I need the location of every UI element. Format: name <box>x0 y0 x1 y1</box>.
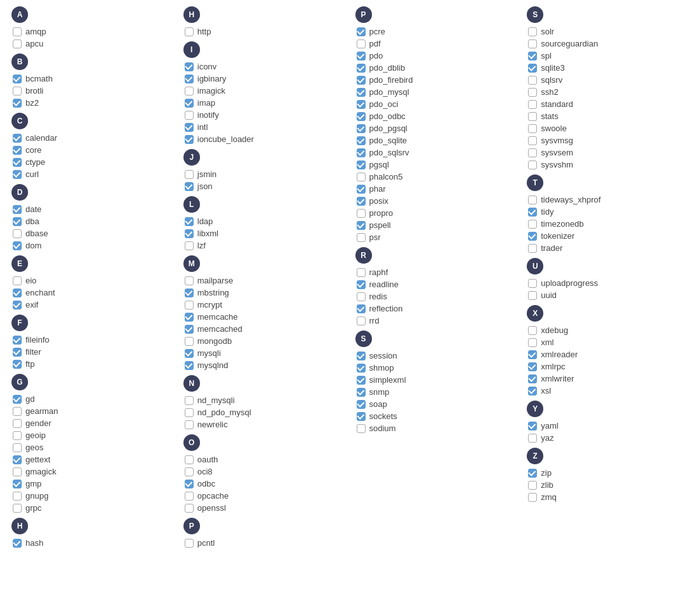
checkbox-pdo_mysql[interactable] <box>357 88 366 97</box>
checkbox-amqp[interactable] <box>13 27 22 36</box>
list-item[interactable]: filter <box>13 346 173 358</box>
list-item[interactable]: sockets <box>357 410 517 422</box>
checkbox-opcache[interactable] <box>185 492 194 501</box>
list-item[interactable]: hash <box>13 537 173 549</box>
list-item[interactable]: sqlsrv <box>528 74 689 86</box>
checkbox-mysqlnd[interactable] <box>185 361 194 370</box>
checkbox-memcache[interactable] <box>185 313 194 322</box>
checkbox-sockets[interactable] <box>357 412 366 421</box>
checkbox-pdf[interactable] <box>357 39 366 48</box>
list-item[interactable]: gnupg <box>13 490 173 502</box>
list-item[interactable]: json <box>185 180 345 192</box>
list-item[interactable]: calendar <box>13 132 173 144</box>
list-item[interactable]: pdo_oci <box>357 98 517 110</box>
checkbox-mongodb[interactable] <box>185 337 194 346</box>
list-item[interactable]: gd <box>13 393 173 405</box>
list-item[interactable]: zip <box>528 467 689 479</box>
checkbox-tideways_xhprof[interactable] <box>528 196 537 204</box>
list-item[interactable]: sysvshm <box>528 159 689 171</box>
checkbox-sysvmsg[interactable] <box>528 136 537 145</box>
list-item[interactable]: fileinfo <box>13 334 173 346</box>
list-item[interactable]: nd_pdo_mysql <box>185 406 345 418</box>
list-item[interactable]: gender <box>13 417 173 429</box>
list-item[interactable]: eio <box>13 274 173 287</box>
list-item[interactable]: mcrypt <box>185 299 345 311</box>
list-item[interactable]: ftp <box>13 358 173 370</box>
checkbox-imagick[interactable] <box>185 87 194 96</box>
list-item[interactable]: mailparse <box>185 274 345 287</box>
list-item[interactable]: pgsql <box>357 159 517 171</box>
checkbox-pdo_firebird[interactable] <box>357 76 366 85</box>
checkbox-standard[interactable] <box>528 100 537 109</box>
list-item[interactable]: brotli <box>13 85 173 97</box>
list-item[interactable]: stats <box>528 110 689 122</box>
checkbox-phar[interactable] <box>357 185 366 194</box>
list-item[interactable]: mbstring <box>185 287 345 299</box>
list-item[interactable]: redis <box>357 290 517 303</box>
list-item[interactable]: geos <box>13 441 173 453</box>
list-item[interactable]: igbinary <box>185 73 345 85</box>
checkbox-yaz[interactable] <box>528 434 537 443</box>
checkbox-mysqli[interactable] <box>185 349 194 358</box>
list-item[interactable]: xmlrpc <box>528 360 689 373</box>
checkbox-gettext[interactable] <box>13 455 22 464</box>
list-item[interactable]: dbase <box>13 227 173 239</box>
list-item[interactable]: xmlwriter <box>528 373 689 385</box>
list-item[interactable]: solr <box>528 25 689 38</box>
checkbox-brotli[interactable] <box>13 87 22 96</box>
list-item[interactable]: ldap <box>185 215 345 227</box>
list-item[interactable]: dom <box>13 239 173 252</box>
list-item[interactable]: session <box>357 350 517 362</box>
list-item[interactable]: mysqlnd <box>185 359 345 371</box>
list-item[interactable]: xml <box>528 336 689 348</box>
checkbox-sodium[interactable] <box>357 424 366 433</box>
list-item[interactable]: exif <box>13 299 173 311</box>
list-item[interactable]: gmp <box>13 478 173 490</box>
checkbox-pcre[interactable] <box>357 27 366 36</box>
checkbox-ftp[interactable] <box>13 360 22 369</box>
checkbox-sqlsrv[interactable] <box>528 76 537 85</box>
checkbox-xmlrpc[interactable] <box>528 362 537 371</box>
checkbox-sourceguardian[interactable] <box>528 39 537 48</box>
checkbox-phalcon5[interactable] <box>357 173 366 182</box>
list-item[interactable]: odbc <box>185 478 345 490</box>
checkbox-jsmin[interactable] <box>185 170 194 179</box>
list-item[interactable]: reflection <box>357 303 517 315</box>
checkbox-gearman[interactable] <box>13 407 22 416</box>
list-item[interactable]: newrelic <box>185 418 345 431</box>
checkbox-hash[interactable] <box>13 539 22 548</box>
list-item[interactable]: snmp <box>357 386 517 398</box>
checkbox-iconv[interactable] <box>185 62 194 71</box>
list-item[interactable]: geoip <box>13 429 173 441</box>
checkbox-gender[interactable] <box>13 419 22 428</box>
list-item[interactable]: yaz <box>528 432 689 444</box>
checkbox-nd_mysqli[interactable] <box>185 396 194 405</box>
checkbox-pcntl[interactable] <box>185 539 194 548</box>
checkbox-ssh2[interactable] <box>528 88 537 97</box>
list-item[interactable]: spl <box>528 50 689 62</box>
list-item[interactable]: swoole <box>528 122 689 134</box>
list-item[interactable]: inotify <box>185 109 345 121</box>
list-item[interactable]: yaml <box>528 420 689 432</box>
list-item[interactable]: bz2 <box>13 97 173 109</box>
list-item[interactable]: xdebug <box>528 324 689 336</box>
checkbox-filter[interactable] <box>13 348 22 357</box>
checkbox-openssl[interactable] <box>185 504 194 513</box>
checkbox-pdo_dblib[interactable] <box>357 64 366 73</box>
list-item[interactable]: tideways_xhprof <box>528 194 689 206</box>
list-item[interactable]: shmop <box>357 362 517 374</box>
checkbox-uuid[interactable] <box>528 291 537 300</box>
checkbox-redis[interactable] <box>357 292 366 301</box>
checkbox-igbinary[interactable] <box>185 75 194 83</box>
list-item[interactable]: raphf <box>357 266 517 278</box>
list-item[interactable]: tidy <box>528 206 689 218</box>
checkbox-odbc[interactable] <box>185 480 194 488</box>
list-item[interactable]: jsmin <box>185 168 345 180</box>
checkbox-intl[interactable] <box>185 123 194 132</box>
checkbox-posix[interactable] <box>357 197 366 206</box>
checkbox-pdo_sqlite[interactable] <box>357 136 366 145</box>
list-item[interactable]: pdo_pgsql <box>357 122 517 134</box>
list-item[interactable]: http <box>185 25 345 38</box>
list-item[interactable]: pdo_firebird <box>357 74 517 86</box>
checkbox-date[interactable] <box>13 205 22 214</box>
